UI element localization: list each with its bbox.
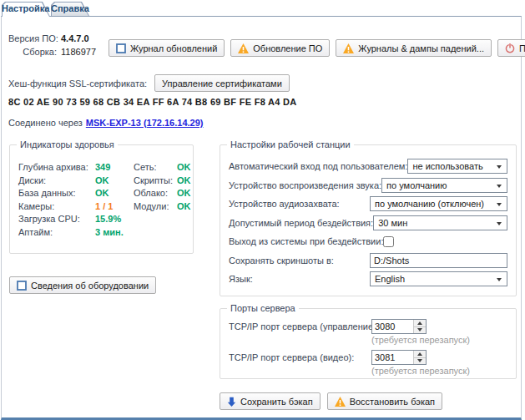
warning-icon xyxy=(343,43,354,53)
restart-button[interactable]: Перезагрузка xyxy=(497,39,525,57)
spinner-buttons xyxy=(413,320,426,333)
software-update-label: Обновление ПО xyxy=(253,43,322,53)
health-row: Аптайм:3 мин. xyxy=(18,227,134,240)
version-value: 4.4.7.0 xyxy=(61,33,89,43)
setting-row-screenshots-path: Сохранять скриншоты в: xyxy=(229,251,507,271)
health-label: Аптайм: xyxy=(18,227,95,237)
save-backup-button[interactable]: Сохранить бэкап xyxy=(220,392,321,410)
power-icon xyxy=(505,43,515,53)
restore-backup-button[interactable]: Восстановить бэкап xyxy=(327,392,442,410)
setting-label: Допустимый период бездействия: xyxy=(229,218,373,228)
setting-row-language: Язык: English xyxy=(229,270,507,289)
build-value: 1186977 xyxy=(61,47,96,57)
health-left-column: Глубина архива:349 Диски:OK База данных:… xyxy=(18,162,134,240)
health-row: Глубина архива:349 xyxy=(18,162,134,175)
health-label: Камеры: xyxy=(18,201,95,211)
health-value: OK xyxy=(177,162,191,172)
setting-label: Выход из системы при бездействии: xyxy=(229,236,383,246)
ssl-hash-value: 8C 02 AE 90 73 59 68 CB 34 EA FF 6A 74 B… xyxy=(8,97,297,107)
toolbar: Журнал обновлений Обновление ПО Журналы … xyxy=(109,39,525,57)
health-columns: Глубина архива:349 Диски:OK База данных:… xyxy=(10,145,193,240)
setting-row-autologin: Автоматический вход под пользователем: н… xyxy=(229,157,507,176)
port-row-video: TCP/IP порт сервера (видео): xyxy=(229,350,507,365)
tcp-control-port-input[interactable] xyxy=(372,320,413,333)
workstation-rows: Автоматический вход под пользователем: н… xyxy=(220,145,516,289)
connection-prefix: Соединено через xyxy=(8,118,83,128)
health-row: База данных:OK xyxy=(18,188,134,201)
setting-row-audio-playback: Устройство воспроизведения звука: по умо… xyxy=(229,176,507,195)
tcp-video-port-input[interactable] xyxy=(372,351,413,364)
connection-row: Соединено черезMSK-EXP-13 (172.16.14.29) xyxy=(8,118,203,128)
ssl-row: Хеш-функция SSL-сертификата: Управление … xyxy=(8,74,290,92)
server-link[interactable]: MSK-EXP-13 (172.16.14.29) xyxy=(86,118,204,128)
spinner-down-button[interactable] xyxy=(414,326,426,334)
ssl-hash-label: Хеш-функция SSL-сертификата: xyxy=(8,78,147,89)
checkbox-slot xyxy=(383,236,507,247)
window-icon xyxy=(116,43,126,53)
health-label: Загрузка CPU: xyxy=(18,214,95,224)
build-row: Сборка:1186977 xyxy=(8,47,96,57)
port-label: TCP/IP порт сервера (видео): xyxy=(229,352,371,362)
health-row: Модули:OK xyxy=(134,201,191,215)
server-ports-group: Порты сервера TCP/IP порт сервера (управ… xyxy=(220,308,517,379)
spinner-down-button[interactable] xyxy=(414,357,426,365)
language-select[interactable]: English xyxy=(370,271,507,286)
software-update-button[interactable]: Обновление ПО xyxy=(230,39,330,57)
tab-settings[interactable]: Настройка xyxy=(2,2,50,17)
manage-certificates-button[interactable]: Управление сертификатами xyxy=(154,74,290,92)
screenshots-path-input[interactable] xyxy=(370,253,507,268)
version-label: Версия ПО: xyxy=(8,33,57,43)
backup-buttons: Сохранить бэкап Восстановить бэкап xyxy=(220,392,442,410)
autologin-select[interactable]: не использовать xyxy=(407,159,507,174)
health-label: Скрипты: xyxy=(134,175,177,185)
spinner-buttons xyxy=(413,351,426,364)
health-value: 15.9% xyxy=(95,214,121,224)
setting-row-idle-logout: Выход из системы при бездействии: xyxy=(229,232,507,251)
setting-row-audio-capture: Устройство аудиозахвата: по умолчанию (о… xyxy=(229,195,507,214)
ports-group-title: Порты сервера xyxy=(227,303,299,313)
health-group-title: Индикаторы здоровья xyxy=(17,139,118,149)
health-row: Диски:OK xyxy=(18,175,134,189)
arrow-up-icon xyxy=(417,352,422,356)
health-row: Скрипты:OK xyxy=(134,175,191,189)
health-label: Сеть: xyxy=(134,162,177,172)
download-arrow-icon xyxy=(227,397,236,407)
warning-icon xyxy=(335,397,346,407)
workstation-settings-group: Настройки рабочей станции Автоматический… xyxy=(220,144,517,296)
tcp-control-port-spinner xyxy=(371,319,427,334)
spinner-up-button[interactable] xyxy=(414,351,426,357)
restart-required-note: (требуется перезапуск) xyxy=(371,365,507,377)
logs-dumps-button[interactable]: Журналы & дампы падений... xyxy=(336,39,492,57)
audio-capture-select[interactable]: по умолчанию (отключен) xyxy=(370,196,507,211)
workstation-group-title: Настройки рабочей станции xyxy=(227,139,354,149)
hardware-info-button[interactable]: Сведения об оборудовании xyxy=(9,276,156,294)
spinner-up-button[interactable] xyxy=(414,320,426,326)
setting-label: Устройство аудиозахвата: xyxy=(229,199,370,209)
port-label: TCP/IP порт сервера (управление): xyxy=(229,321,371,331)
health-value: OK xyxy=(95,188,109,198)
health-value: 1 / 1 xyxy=(95,201,113,211)
audio-playback-select[interactable]: по умолчанию xyxy=(381,178,507,193)
restart-label: Перезагрузка xyxy=(519,43,525,53)
health-label: Модули: xyxy=(134,201,177,211)
tcp-video-port-spinner xyxy=(371,350,427,365)
health-value: OK xyxy=(95,175,109,185)
health-value: OK xyxy=(177,175,191,185)
health-row: Сеть:OK xyxy=(134,162,191,175)
setting-label: Язык: xyxy=(229,274,370,284)
update-log-button[interactable]: Журнал обновлений xyxy=(109,39,225,57)
port-row-control: TCP/IP порт сервера (управление): xyxy=(229,319,507,334)
logs-dumps-label: Журналы & дампы падений... xyxy=(358,43,484,53)
health-row: Камеры:1 / 1 xyxy=(18,201,134,215)
restore-backup-label: Восстановить бэкап xyxy=(350,397,435,407)
update-log-label: Журнал обновлений xyxy=(130,43,217,53)
save-backup-label: Сохранить бэкап xyxy=(240,397,313,407)
tab-help[interactable]: Справка xyxy=(51,2,89,16)
tab-settings-label: Настройка xyxy=(2,2,50,16)
ports-rows: TCP/IP порт сервера (управление): (требу… xyxy=(220,309,516,377)
idle-logout-checkbox[interactable] xyxy=(383,236,394,247)
tab-help-label: Справка xyxy=(51,2,89,16)
setting-label: Автоматический вход под пользователем: xyxy=(229,161,407,171)
health-value: 349 xyxy=(95,162,110,172)
idle-period-select[interactable]: 30 мин xyxy=(373,215,507,230)
